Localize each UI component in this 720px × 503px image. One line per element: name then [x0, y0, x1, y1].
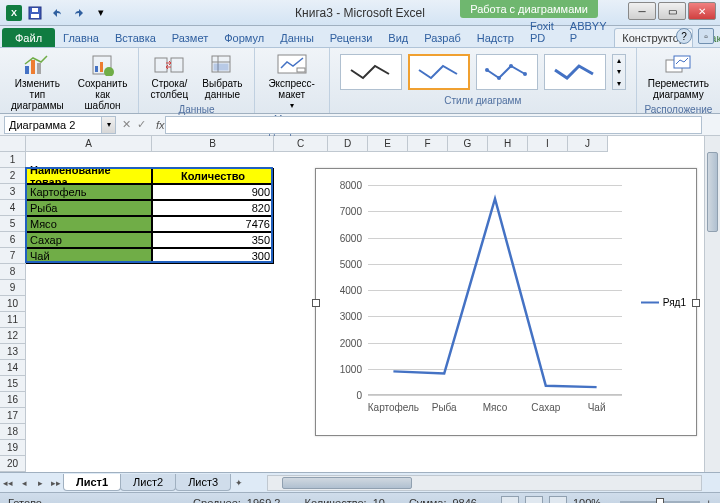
- row-header-3[interactable]: 3: [0, 184, 26, 200]
- chart-styles-more[interactable]: ▴▾▾: [612, 54, 626, 90]
- cell-A2[interactable]: Наименование товара: [26, 168, 152, 184]
- cell-B7[interactable]: 300: [152, 248, 274, 264]
- switch-row-column-button[interactable]: Строка/столбец: [145, 50, 193, 103]
- chart-style-3[interactable]: [476, 54, 538, 90]
- sheet-nav-last[interactable]: ▸▸: [48, 475, 64, 491]
- column-header-G[interactable]: G: [448, 136, 488, 152]
- chart-style-1[interactable]: [340, 54, 402, 90]
- tab-insert[interactable]: Вставка: [107, 28, 164, 47]
- redo-button[interactable]: [70, 4, 88, 22]
- row-header-6[interactable]: 6: [0, 232, 26, 248]
- row-header-17[interactable]: 17: [0, 408, 26, 424]
- cell-B6[interactable]: 350: [152, 232, 274, 248]
- tab-review[interactable]: Рецензи: [322, 28, 381, 47]
- sheet-nav-next[interactable]: ▸: [32, 475, 48, 491]
- row-header-4[interactable]: 4: [0, 200, 26, 216]
- vscroll-thumb[interactable]: [707, 152, 718, 232]
- row-header-16[interactable]: 16: [0, 392, 26, 408]
- column-header-H[interactable]: H: [488, 136, 528, 152]
- row-header-13[interactable]: 13: [0, 344, 26, 360]
- tab-addins[interactable]: Надстр: [469, 28, 522, 47]
- tab-home[interactable]: Главна: [55, 28, 107, 47]
- chart-style-2[interactable]: [408, 54, 470, 90]
- horizontal-scrollbar[interactable]: [267, 475, 702, 491]
- undo-button[interactable]: [48, 4, 66, 22]
- cell-A5[interactable]: Мясо: [26, 216, 152, 232]
- cell-A3[interactable]: Картофель: [26, 184, 152, 200]
- worksheet-grid[interactable]: ABCDEFGHIJ 12345678910111213141516171819…: [0, 136, 720, 472]
- chart-legend[interactable]: Ряд1: [641, 297, 686, 308]
- move-chart-button[interactable]: Переместить диаграмму: [643, 50, 714, 103]
- change-chart-type-button[interactable]: Изменить тип диаграммы: [6, 50, 69, 114]
- zoom-in-button[interactable]: +: [706, 497, 712, 504]
- cell-B5[interactable]: 7476: [152, 216, 274, 232]
- cell-B3[interactable]: 900: [152, 184, 274, 200]
- view-page-layout-button[interactable]: [525, 496, 543, 504]
- chart-style-4[interactable]: [544, 54, 606, 90]
- row-header-19[interactable]: 19: [0, 440, 26, 456]
- column-header-C[interactable]: C: [274, 136, 328, 152]
- zoom-value[interactable]: 100%: [573, 497, 601, 504]
- view-normal-button[interactable]: [501, 496, 519, 504]
- hscroll-thumb[interactable]: [282, 477, 412, 489]
- column-header-A[interactable]: A: [26, 136, 152, 152]
- tab-developer[interactable]: Разраб: [416, 28, 469, 47]
- accept-formula-icon[interactable]: ✓: [137, 118, 146, 131]
- sheet-tab-2[interactable]: Лист2: [120, 474, 176, 491]
- cell-A6[interactable]: Сахар: [26, 232, 152, 248]
- save-button[interactable]: [26, 4, 44, 22]
- row-header-9[interactable]: 9: [0, 280, 26, 296]
- name-box[interactable]: Диаграмма 2: [4, 116, 102, 134]
- column-header-F[interactable]: F: [408, 136, 448, 152]
- tab-foxit[interactable]: Foxit PD: [522, 16, 562, 47]
- close-button[interactable]: ✕: [688, 2, 716, 20]
- save-template-button[interactable]: Сохранить как шаблон: [73, 50, 133, 114]
- new-sheet-button[interactable]: ✦: [231, 475, 247, 491]
- cancel-formula-icon[interactable]: ✕: [122, 118, 131, 131]
- row-header-18[interactable]: 18: [0, 424, 26, 440]
- fx-label[interactable]: fx: [156, 119, 165, 131]
- select-all-corner[interactable]: [0, 136, 26, 152]
- sheet-nav-prev[interactable]: ◂: [16, 475, 32, 491]
- cell-B4[interactable]: 820: [152, 200, 274, 216]
- quick-layout-button[interactable]: Экспресс-макет ▾: [261, 50, 323, 113]
- row-header-7[interactable]: 7: [0, 248, 26, 264]
- select-data-button[interactable]: Выбрать данные: [197, 50, 247, 103]
- row-header-14[interactable]: 14: [0, 360, 26, 376]
- row-header-15[interactable]: 15: [0, 376, 26, 392]
- chart-line-series[interactable]: [368, 185, 622, 395]
- row-header-5[interactable]: 5: [0, 216, 26, 232]
- sheet-tab-1[interactable]: Лист1: [63, 474, 121, 491]
- sheet-tab-3[interactable]: Лист3: [175, 474, 231, 491]
- row-header-1[interactable]: 1: [0, 152, 26, 168]
- maximize-button[interactable]: ▭: [658, 2, 686, 20]
- view-page-break-button[interactable]: [549, 496, 567, 504]
- column-header-I[interactable]: I: [528, 136, 568, 152]
- embedded-chart[interactable]: 010002000300040005000600070008000Картофе…: [315, 168, 697, 436]
- cell-A7[interactable]: Чай: [26, 248, 152, 264]
- tab-file[interactable]: Файл: [2, 28, 55, 47]
- tab-data[interactable]: Данны: [272, 28, 322, 47]
- tab-formulas[interactable]: Формул: [216, 28, 272, 47]
- minimize-button[interactable]: ─: [628, 2, 656, 20]
- column-header-B[interactable]: B: [152, 136, 274, 152]
- minimize-ribbon-button[interactable]: ▫: [698, 28, 714, 44]
- row-header-11[interactable]: 11: [0, 312, 26, 328]
- column-header-D[interactable]: D: [328, 136, 368, 152]
- row-header-8[interactable]: 8: [0, 264, 26, 280]
- name-box-dropdown[interactable]: ▾: [102, 116, 116, 134]
- tab-abbyy[interactable]: ABBYY P: [562, 16, 615, 47]
- cell-B2[interactable]: Количество: [152, 168, 274, 184]
- qat-dropdown[interactable]: ▾: [92, 4, 110, 22]
- row-header-2[interactable]: 2: [0, 168, 26, 184]
- tab-page-layout[interactable]: Размет: [164, 28, 216, 47]
- row-header-12[interactable]: 12: [0, 328, 26, 344]
- zoom-out-button[interactable]: −: [607, 497, 613, 504]
- tab-view[interactable]: Вид: [380, 28, 416, 47]
- row-header-20[interactable]: 20: [0, 456, 26, 472]
- formula-input[interactable]: [165, 116, 702, 134]
- column-header-E[interactable]: E: [368, 136, 408, 152]
- row-header-10[interactable]: 10: [0, 296, 26, 312]
- sheet-nav-first[interactable]: ◂◂: [0, 475, 16, 491]
- vertical-scrollbar[interactable]: [704, 136, 720, 472]
